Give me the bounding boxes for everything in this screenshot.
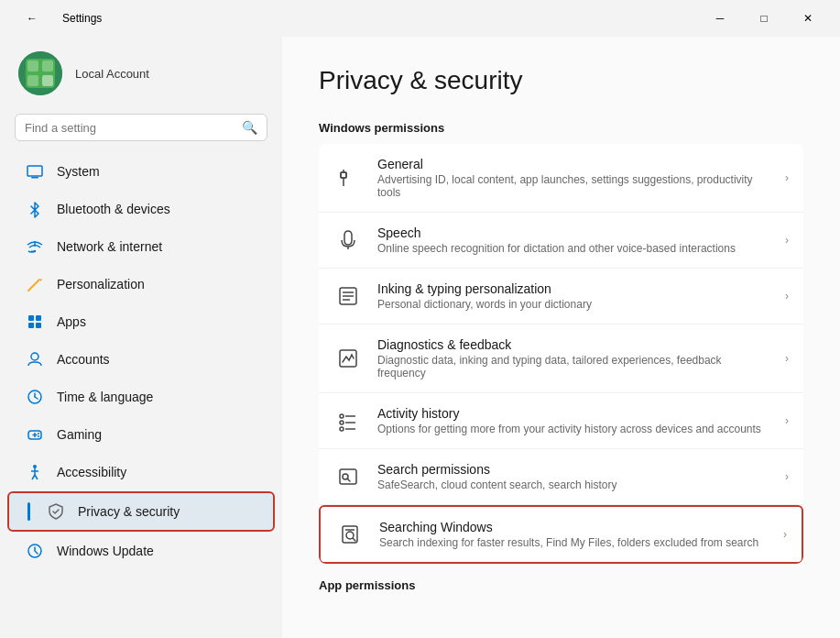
titlebar-left: ← Settings [11,4,102,33]
svg-rect-5 [42,75,53,86]
search-perms-desc: SafeSearch, cloud content search, search… [377,478,770,491]
section-label: Windows permissions [319,121,803,135]
network-nav-icon [26,237,44,256]
accessibility-nav-icon [26,463,44,481]
inking-desc: Personal dictionary, words in your dicti… [377,298,770,311]
general-text: GeneralAdvertising ID, local content, ap… [377,157,770,199]
settings-item-general[interactable]: GeneralAdvertising ID, local content, ap… [319,144,803,213]
svg-rect-7 [31,177,38,179]
svg-rect-4 [27,75,38,86]
activity-desc: Options for getting more from your activ… [377,423,770,435]
user-name: Local Account [75,67,149,81]
inking-text: Inking & typing personalizationPersonal … [377,281,770,311]
diagnostics-title: Diagnostics & feedback [377,337,770,352]
searching-windows-desc: Search indexing for faster results, Find… [379,536,769,549]
sidebar-item-label-privacy: Privacy & security [78,504,180,519]
sidebar-item-system[interactable]: System [7,153,275,190]
settings-item-diagnostics[interactable]: Diagnostics & feedbackDiagnostic data, i… [319,324,803,393]
section-app-permissions: App permissions [319,578,803,592]
sidebar-item-label-system: System [57,164,100,179]
sidebar-item-network[interactable]: Network & internet [7,228,275,265]
svg-rect-31 [341,172,346,178]
general-chevron-icon: › [785,171,789,184]
section-windows-permissions: Windows permissionsGeneralAdvertising ID… [319,121,803,564]
search-perms-title: Search permissions [377,462,770,477]
sidebar-item-privacy[interactable]: Privacy & security [7,491,275,532]
svg-point-15 [31,353,38,360]
settings-item-searching-windows[interactable]: Searching WindowsSearch indexing for fas… [319,505,803,564]
speech-title: Speech [377,226,770,240]
windows-update-nav-icon [26,542,44,560]
nav-list: SystemBluetooth & devicesNetwork & inter… [0,152,282,570]
sections-container: Windows permissionsGeneralAdvertising ID… [319,121,803,592]
svg-line-28 [35,475,38,479]
sidebar-item-label-apps: Apps [57,314,86,329]
searching-windows-icon [335,520,365,549]
general-title: General [377,157,770,171]
back-button[interactable]: ← [11,4,53,33]
activity-icon [333,406,363,435]
accounts-nav-icon [26,350,44,368]
search-input[interactable] [25,121,235,135]
sidebar-item-label-windows-update: Windows Update [57,544,154,558]
svg-rect-14 [36,323,41,328]
search-box[interactable]: 🔍 [15,114,267,141]
titlebar: ← Settings ─ □ ✕ [0,0,840,37]
svg-line-46 [347,478,350,481]
activity-chevron-icon: › [785,414,789,427]
svg-rect-13 [28,323,34,328]
settings-item-activity[interactable]: Activity historyOptions for getting more… [319,393,803,449]
settings-window: ← Settings ─ □ ✕ [0,0,840,638]
privacy-nav-icon [47,502,65,521]
time-nav-icon [26,388,44,406]
search-perms-text: Search permissionsSafeSearch, cloud cont… [377,462,770,491]
active-indicator [27,502,30,521]
sidebar-item-label-personalization: Personalization [57,277,145,292]
sidebar-item-gaming[interactable]: Gaming [7,416,275,453]
diagnostics-icon [333,344,363,373]
svg-line-18 [35,397,38,399]
svg-point-24 [33,465,37,468]
content-area: Local Account 🔍 SystemBluetooth & device… [0,37,840,638]
svg-point-22 [38,433,39,434]
inking-title: Inking & typing personalization [377,281,770,296]
settings-item-speech[interactable]: SpeechOnline speech recognition for dict… [319,213,803,269]
sidebar-item-bluetooth[interactable]: Bluetooth & devices [7,191,275,227]
maximize-button[interactable]: □ [743,4,785,33]
sidebar-item-apps[interactable]: Apps [7,303,275,340]
speech-chevron-icon: › [785,234,789,247]
close-button[interactable]: ✕ [787,4,829,33]
general-icon [333,163,363,192]
svg-rect-6 [27,166,42,176]
page-title: Privacy & security [319,66,803,95]
minimize-button[interactable]: ─ [699,4,741,33]
speech-text: SpeechOnline speech recognition for dict… [377,226,770,255]
settings-item-search-perms[interactable]: Search permissionsSafeSearch, cloud cont… [319,449,803,505]
apps-nav-icon [26,313,44,331]
sidebar-item-time[interactable]: Time & language [7,379,275,415]
search-icon: 🔍 [242,120,257,135]
svg-line-49 [353,538,355,541]
svg-line-27 [32,475,35,479]
bluetooth-nav-icon [26,200,44,218]
gaming-nav-icon [26,425,44,444]
avatar [18,51,62,95]
speech-icon [333,226,363,255]
titlebar-title: Settings [62,12,102,25]
sidebar-item-label-bluetooth: Bluetooth & devices [57,202,170,216]
general-desc: Advertising ID, local content, app launc… [377,173,770,199]
settings-item-inking[interactable]: Inking & typing personalizationPersonal … [319,269,803,324]
titlebar-controls: ─ □ ✕ [699,4,829,33]
sidebar-item-windows-update[interactable]: Windows Update [7,533,275,569]
sidebar-item-accounts[interactable]: Accounts [7,341,275,378]
svg-rect-3 [42,60,53,72]
sidebar-item-accessibility[interactable]: Accessibility [7,454,275,490]
svg-rect-12 [36,315,41,321]
diagnostics-desc: Diagnostic data, inking and typing data,… [377,354,770,380]
user-section[interactable]: Local Account [0,37,282,110]
activity-text: Activity historyOptions for getting more… [377,406,770,435]
sidebar-item-personalization[interactable]: Personalization [7,266,275,302]
diagnostics-text: Diagnostics & feedbackDiagnostic data, i… [377,337,770,380]
search-perms-icon [333,462,363,491]
svg-rect-11 [28,315,34,321]
